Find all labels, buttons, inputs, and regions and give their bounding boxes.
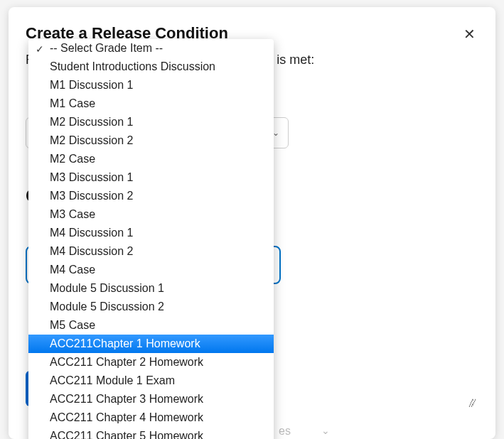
dropdown-item-label: Module 5 Discussion 2 (50, 300, 164, 313)
dropdown-item[interactable]: M4 Discussion 1 (28, 224, 274, 242)
dropdown-item[interactable]: ACC211 Chapter 4 Homework (28, 408, 274, 427)
dropdown-item-label: M3 Case (50, 208, 95, 220)
dropdown-item[interactable]: M1 Case (28, 94, 274, 113)
dropdown-item[interactable]: Module 5 Discussion 2 (28, 298, 274, 316)
dropdown-item-label: M2 Discussion 1 (50, 116, 133, 128)
dropdown-item[interactable]: M3 Discussion 1 (28, 168, 274, 187)
dropdown-item[interactable]: M2 Case (28, 150, 274, 168)
dropdown-item[interactable]: ACC211 Chapter 5 Homework (28, 427, 274, 439)
dropdown-item[interactable]: M2 Discussion 1 (28, 113, 274, 131)
dropdown-item-label: Student Introductions Discussion (50, 60, 215, 72)
dropdown-item[interactable]: ACC211 Chapter 3 Homework (28, 390, 274, 408)
dropdown-item-label: M3 Discussion 1 (50, 171, 133, 183)
dropdown-item-label: ACC211 Chapter 3 Homework (50, 393, 203, 405)
dropdown-item-label: M5 Case (50, 319, 95, 331)
dropdown-placeholder[interactable]: ✓ -- Select Grade Item -- (28, 39, 274, 58)
dropdown-item-label: M1 Discussion 1 (50, 79, 133, 91)
check-icon: ✓ (36, 41, 44, 57)
dropdown-item-label: -- Select Grade Item -- (50, 42, 163, 54)
dropdown-item-label: M2 Discussion 2 (50, 134, 133, 146)
footer-ghost-text: es (279, 425, 291, 438)
dropdown-item[interactable]: M4 Discussion 2 (28, 242, 274, 261)
dropdown-item[interactable]: M2 Discussion 2 (28, 131, 274, 150)
dropdown-item-label: Module 5 Discussion 1 (50, 282, 164, 294)
dropdown-item[interactable]: M4 Case (28, 261, 274, 279)
dropdown-item[interactable]: ACC211 Module 1 Exam (28, 372, 274, 390)
resize-handle-icon[interactable]: ⫽ (466, 396, 478, 411)
dropdown-item[interactable]: M1 Discussion 1 (28, 76, 274, 94)
close-icon: ✕ (463, 26, 476, 42)
dropdown-item-label: M4 Case (50, 264, 95, 276)
dropdown-item[interactable]: M3 Case (28, 205, 274, 224)
dropdown-item[interactable]: M3 Discussion 2 (28, 187, 274, 205)
dropdown-item-label: M4 Discussion 1 (50, 227, 133, 239)
dropdown-item-label: ACC211Chapter 1 Homework (50, 337, 200, 349)
dropdown-item[interactable]: Module 5 Discussion 1 (28, 279, 274, 298)
footer-chevron-icon: ⌄ (321, 425, 330, 436)
dropdown-item-label: ACC211 Chapter 2 Homework (50, 356, 203, 368)
dropdown-item-label: ACC211 Chapter 5 Homework (50, 430, 203, 439)
dropdown-item-label: M3 Discussion 2 (50, 190, 133, 202)
dropdown-item-label: ACC211 Chapter 4 Homework (50, 411, 203, 423)
dropdown-item[interactable]: Student Introductions Discussion (28, 58, 274, 76)
dropdown-item-label: ACC211 Module 1 Exam (50, 374, 175, 386)
dropdown-item-label: M1 Case (50, 97, 95, 109)
dropdown-item[interactable]: ACC211 Chapter 2 Homework (28, 353, 274, 372)
grade-item-dropdown-list[interactable]: ✓ -- Select Grade Item -- Student Introd… (28, 39, 274, 439)
dropdown-item-label: M4 Discussion 2 (50, 245, 133, 257)
dropdown-item[interactable]: ACC211Chapter 1 Homework (28, 335, 274, 353)
dropdown-item[interactable]: M5 Case (28, 316, 274, 335)
dropdown-item-label: M2 Case (50, 153, 95, 165)
close-button[interactable]: ✕ (461, 24, 478, 44)
